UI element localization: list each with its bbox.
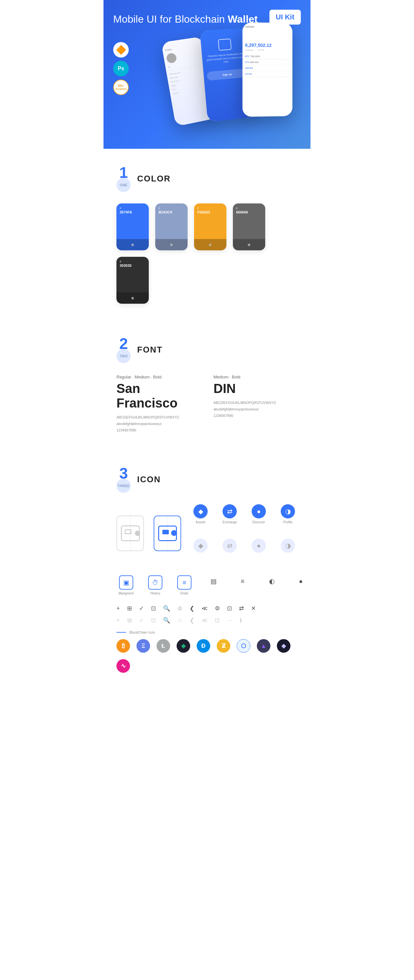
hero-section: Mobile UI for Blockchain Wallet UI Kit 🔶… <box>104 0 310 149</box>
font-numbers: 1234567890 <box>213 413 298 419</box>
swatch-hash: # <box>119 260 121 263</box>
icon-circle-gray: ● <box>252 539 266 553</box>
misc-icon-dark: ✕ <box>251 605 256 612</box>
icon-box: ≡ <box>237 575 248 587</box>
misc-icons-gray: +⊞✓⊡🔍☆❮≪⊡→ℹ <box>116 617 298 624</box>
crypto-icon: ▲ <box>257 639 271 653</box>
nav-icon-profile: ◑ Profile <box>278 504 298 524</box>
misc-icons-dark: +⊞✓⊡🔍☆❮≪⚙⊡⇄✕ <box>116 605 298 612</box>
section-header-color: 1 ONE COLOR <box>116 165 298 192</box>
font-grid: Regular · Medium · Bold San Francisco AB… <box>116 374 298 433</box>
phones-container: Profile AI Management Message Add Coins … <box>162 19 310 142</box>
swatch-code: 8DA0C8 <box>158 210 172 214</box>
bottom-icon: ● <box>291 575 310 587</box>
swatch-hash: # <box>158 207 160 210</box>
icon-circle-gray: ◆ <box>193 539 208 553</box>
font-uppercase: ABCDEFGHIJKLMNOPQRSTUVWXYZ <box>213 400 298 406</box>
icon-label: History <box>150 592 160 595</box>
misc-icon-dark: ⚙ <box>215 605 220 612</box>
nav-icons-gray-row: ◆ ⇄ ● ◑ <box>191 539 298 553</box>
misc-icon-dark: ✓ <box>139 605 144 612</box>
font-numbers: 1234567890 <box>116 427 201 434</box>
font-title: FONT <box>137 345 163 355</box>
icon-circle-gray: ⇄ <box>223 539 237 553</box>
icon-circle: ◆ <box>193 504 208 519</box>
misc-icon-dark: + <box>116 605 120 612</box>
misc-icon-gray: → <box>227 617 232 624</box>
font-section: 2 TWO FONT Regular · Medium · Bold San F… <box>104 320 310 450</box>
section-header-icon: 3 THREE ICON <box>116 466 298 493</box>
section-word-two: TWO <box>116 349 131 363</box>
phone-right: myWallet 6,297,502.12 Available ··· 12-2… <box>243 22 292 117</box>
icon-construction-box-filled <box>154 515 181 551</box>
icon-label: Profile <box>283 520 292 524</box>
section-number-3: 3 THREE <box>116 466 131 493</box>
font-label: Medium · Bold <box>213 374 298 379</box>
section-header-font: 2 TWO FONT <box>116 336 298 363</box>
font-label: Regular · Medium · Bold <box>116 374 201 379</box>
crypto-icon: ⬡ <box>237 639 250 653</box>
hero-title-regular: Mobile UI for Blockchain <box>113 13 228 25</box>
icon-box: ≡ <box>177 575 191 590</box>
blockchain-label: BlockChain Icon <box>129 630 155 634</box>
icon-label: Assets <box>196 520 205 524</box>
bottom-icon: ≡ <box>233 575 252 587</box>
section-word-one: ONE <box>116 178 131 192</box>
bottom-icon: ◐ <box>262 575 282 587</box>
color-swatch: # 666666 <box>233 204 265 250</box>
misc-icon-gray: + <box>116 617 120 624</box>
section-word-three: THREE <box>116 479 131 493</box>
misc-icon-dark: 🔍 <box>163 605 170 612</box>
ps-label: Ps <box>118 66 124 72</box>
swatch-dot <box>170 243 173 246</box>
font-name: San Francisco <box>116 381 201 410</box>
icon-label: Discover <box>253 520 265 524</box>
crypto-icon: Ξ <box>137 639 150 653</box>
sketch-badge: 🔶 <box>113 42 129 57</box>
nav-icon-exchange: ⇄ Exchange <box>220 504 239 524</box>
icon-box: ◐ <box>266 575 277 587</box>
icon-label: Order <box>180 592 189 595</box>
icon-box: ▤ <box>208 575 219 587</box>
font-lowercase: abcdefghijklmnopqrstuvwxyz <box>213 406 298 413</box>
nav-icon-gray-profile: ◑ <box>278 539 298 553</box>
misc-icon-dark: ☆ <box>177 605 182 612</box>
nav-icon-assets: ◆ Assets <box>191 504 210 524</box>
crypto-icon: Ð <box>197 639 210 653</box>
crypto-icon: ∿ <box>116 659 130 673</box>
nav-icons-filled-row: ◆ Assets ⇄ Exchange ● Discover ◑ Profile <box>191 504 298 524</box>
misc-icon-dark: ⇄ <box>239 605 244 612</box>
nav-icon-gray-assets: ◆ <box>191 539 210 553</box>
icon-title: ICON <box>137 474 161 485</box>
misc-icon-gray: ✓ <box>139 617 144 624</box>
crypto-icons-row: ₿ΞŁ◈ÐƵ⬡▲◆∿ <box>116 639 298 673</box>
font-uppercase: ABCDEFGHIJKLMNOPQRSTUVWXYZ <box>116 414 201 421</box>
icon-box: ▣ <box>119 575 133 590</box>
font-item: Medium · Bold DIN ABCDEFGHIJKLMNOPQRSTUV… <box>213 374 298 433</box>
hero-badges: 🔶 Ps 60+ Screens <box>113 42 129 95</box>
icon-section: 3 THREE ICON ◆ Assets <box>104 450 310 689</box>
misc-icon-dark: ≪ <box>202 605 208 612</box>
bottom-icon: ⏱ History <box>145 575 165 595</box>
crypto-icon: ◈ <box>177 639 190 653</box>
misc-icon-gray: ☆ <box>177 617 182 624</box>
font-lowercase: abcdefghijklmnopqrstuvwxyz <box>116 421 201 427</box>
swatch-hash: # <box>236 207 238 210</box>
color-swatch: # F5A623 <box>194 204 226 250</box>
nav-icon-discover: ● Discover <box>249 504 269 524</box>
misc-icon-gray: ℹ <box>240 617 242 624</box>
swatch-code: 666666 <box>236 210 248 214</box>
misc-icon-dark: ⊞ <box>127 605 132 612</box>
swatch-code: F5A623 <box>197 210 210 214</box>
icon-label: Mangment <box>118 592 134 595</box>
swatch-dot <box>248 243 250 246</box>
misc-icon-dark: ❮ <box>189 605 194 612</box>
color-swatch: # 303030 <box>116 257 149 304</box>
icon-label: Exchange <box>223 520 237 524</box>
swatch-dot <box>131 243 134 246</box>
bottom-icon: ▤ <box>204 575 223 587</box>
icon-circle-gray: ◑ <box>281 539 295 553</box>
crypto-icon: Ƶ <box>217 639 230 653</box>
icon-circle: ● <box>252 504 266 519</box>
section-number-2: 2 TWO <box>116 336 131 363</box>
